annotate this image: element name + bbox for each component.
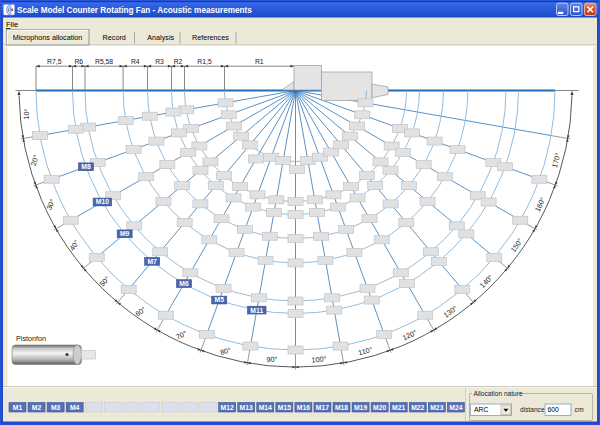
svg-text:M11: M11 [250,307,263,314]
svg-text:R1,5: R1,5 [197,58,212,65]
svg-text:M9: M9 [120,230,130,237]
svg-text:M21: M21 [392,404,405,411]
svg-text:M2: M2 [32,404,42,411]
svg-text:distance: distance [520,406,545,413]
svg-text:File: File [6,20,18,29]
svg-text:Record: Record [103,33,126,42]
svg-text:R6: R6 [74,58,83,65]
svg-text:M23: M23 [430,404,443,411]
svg-text:R2: R2 [174,58,183,65]
svg-text:100°: 100° [311,354,327,364]
svg-text:Analysis: Analysis [147,33,174,42]
svg-text:M19: M19 [354,404,367,411]
svg-text:M12: M12 [221,404,234,411]
svg-text:10°: 10° [21,108,31,120]
svg-text:90°: 90° [266,354,278,364]
svg-text:Allocation nature: Allocation nature [474,390,523,397]
svg-text:M17: M17 [316,404,329,411]
svg-text:M16: M16 [297,404,310,411]
svg-text:M8: M8 [81,163,91,170]
svg-text:M15: M15 [278,404,291,411]
svg-text:R7,5: R7,5 [47,58,62,65]
svg-text:M13: M13 [240,404,253,411]
svg-text:M3: M3 [51,404,61,411]
svg-text:M7: M7 [147,258,157,265]
svg-text:R1: R1 [255,58,264,65]
svg-text:M20: M20 [373,404,386,411]
svg-text:M24: M24 [449,404,462,411]
svg-text:Microphons allocation: Microphons allocation [13,33,83,42]
svg-text:M4: M4 [70,404,80,411]
svg-text:M22: M22 [411,404,424,411]
svg-text:M5: M5 [215,296,225,303]
svg-text:R4: R4 [131,58,140,65]
svg-text:M14: M14 [259,404,272,411]
svg-text:M10: M10 [96,198,109,205]
svg-text:R5,58: R5,58 [95,58,113,65]
svg-text:M6: M6 [179,280,189,287]
svg-text:cm: cm [575,406,584,413]
svg-text:References: References [192,33,229,42]
svg-text:ARC: ARC [474,406,488,413]
svg-text:R3: R3 [155,58,164,65]
svg-text:M1: M1 [13,404,23,411]
svg-text:Scale Model Counter Rotating F: Scale Model Counter Rotating Fan - Acous… [17,6,252,15]
svg-text:Pistonfon: Pistonfon [16,334,46,343]
svg-text:600: 600 [548,406,560,413]
svg-text:M18: M18 [335,404,348,411]
